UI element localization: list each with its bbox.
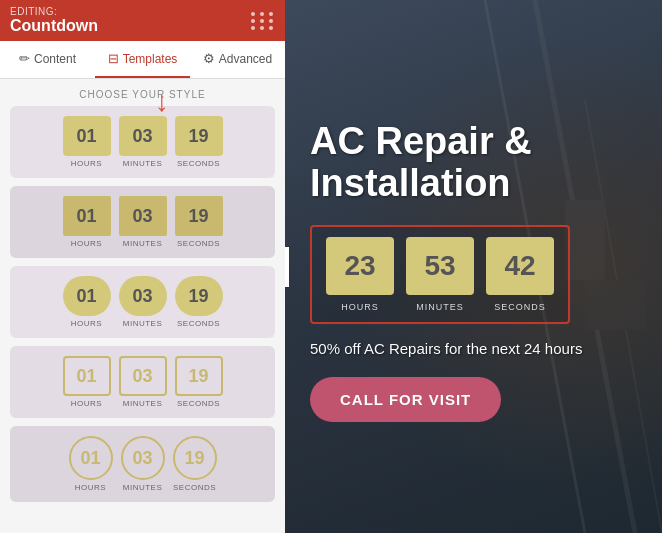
- seconds-label: SECONDS: [177, 159, 220, 168]
- preview-hours-label: HOURS: [341, 302, 379, 312]
- tab-templates[interactable]: ⊟ Templates: [95, 41, 190, 78]
- advanced-icon: ⚙: [203, 51, 215, 66]
- seconds-box: 19: [173, 436, 217, 480]
- editing-label: EDITING:: [10, 6, 98, 17]
- hours-box: 01: [63, 116, 111, 156]
- cta-button[interactable]: CALL FOR VISIT: [310, 377, 501, 422]
- left-panel: EDITING: Countdown ✏ Content ⊟ Templates…: [0, 0, 285, 533]
- collapse-handle[interactable]: ‹: [285, 247, 289, 287]
- tab-content-label: Content: [34, 52, 76, 66]
- tabs-bar: ✏ Content ⊟ Templates ⚙ Advanced: [0, 41, 285, 79]
- countdown-block-hours: 01 HOURS: [63, 116, 111, 168]
- templates-icon: ⊟: [108, 51, 119, 66]
- hours-box: 01: [69, 436, 113, 480]
- tab-content[interactable]: ✏ Content: [0, 41, 95, 78]
- countdown-block-minutes: 03 MINUTES: [119, 196, 167, 248]
- countdown-block-seconds: 19 SECONDS: [175, 196, 223, 248]
- arrow-down-icon: ↓: [155, 88, 169, 116]
- template-item-4[interactable]: 01 HOURS 03 MINUTES 19 SECONDS: [10, 346, 275, 418]
- editing-title: Countdown: [10, 17, 98, 35]
- content-icon: ✏: [19, 51, 30, 66]
- countdown-block-seconds: 19 SECONDS: [175, 116, 223, 168]
- grid-dots-icon[interactable]: [251, 12, 275, 30]
- hours-label: HOURS: [71, 239, 102, 248]
- right-panel: AC Repair & Installation 23 HOURS 53 MIN…: [285, 0, 662, 533]
- minutes-label: MINUTES: [123, 399, 163, 408]
- minutes-label: MINUTES: [123, 159, 163, 168]
- countdown-block-minutes: 03 MINUTES: [121, 436, 165, 492]
- promo-text: 50% off AC Repairs for the next 24 hours: [310, 340, 637, 357]
- editing-text-block: EDITING: Countdown: [10, 6, 98, 35]
- preview-seconds-block: 42 SECONDS: [486, 237, 554, 312]
- preview-hours-block: 23 HOURS: [326, 237, 394, 312]
- template-item-2[interactable]: 01 HOURS 03 MINUTES 19 SECONDS: [10, 186, 275, 258]
- tab-advanced[interactable]: ⚙ Advanced: [190, 41, 285, 78]
- countdown-block-hours: 01 HOURS: [63, 276, 111, 328]
- hours-label: HOURS: [75, 483, 106, 492]
- seconds-box: 19: [175, 356, 223, 396]
- editing-bar: EDITING: Countdown: [0, 0, 285, 41]
- seconds-label: SECONDS: [173, 483, 216, 492]
- hours-box: 01: [63, 196, 111, 236]
- hours-label: HOURS: [71, 319, 102, 328]
- countdown-block-minutes: 03 MINUTES: [119, 116, 167, 168]
- right-content: AC Repair & Installation 23 HOURS 53 MIN…: [285, 0, 662, 533]
- hours-label: HOURS: [71, 399, 102, 408]
- countdown-block-seconds: 19 SECONDS: [173, 436, 217, 492]
- countdown-block-minutes: 03 MINUTES: [119, 356, 167, 408]
- seconds-label: SECONDS: [177, 319, 220, 328]
- seconds-label: SECONDS: [177, 239, 220, 248]
- preview-minutes-block: 53 MINUTES: [406, 237, 474, 312]
- countdown-block-seconds: 19 SECONDS: [175, 356, 223, 408]
- preview-seconds-box: 42: [486, 237, 554, 295]
- template-item-3[interactable]: 01 HOURS 03 MINUTES 19 SECONDS: [10, 266, 275, 338]
- template-item-5[interactable]: 01 HOURS 03 MINUTES 19 SECONDS: [10, 426, 275, 502]
- seconds-box: 19: [175, 196, 223, 236]
- seconds-box: 19: [175, 276, 223, 316]
- preview-minutes-label: MINUTES: [416, 302, 464, 312]
- countdown-block-hours: 01 HOURS: [63, 196, 111, 248]
- templates-list: 01 HOURS 03 MINUTES 19 SECONDS 01 HOURS …: [0, 106, 285, 533]
- tab-templates-label: Templates: [123, 52, 178, 66]
- main-title: AC Repair & Installation: [310, 121, 637, 205]
- minutes-box: 03: [119, 356, 167, 396]
- choose-style-label: CHOOSE YOUR STYLE: [0, 79, 285, 106]
- seconds-label: SECONDS: [177, 399, 220, 408]
- minutes-box: 03: [119, 116, 167, 156]
- countdown-block-seconds: 19 SECONDS: [175, 276, 223, 328]
- countdown-display: 23 HOURS 53 MINUTES 42 SECONDS: [310, 225, 570, 324]
- minutes-box: 03: [119, 196, 167, 236]
- countdown-block-hours: 01 HOURS: [63, 356, 111, 408]
- hours-label: HOURS: [71, 159, 102, 168]
- hours-box: 01: [63, 356, 111, 396]
- countdown-block-minutes: 03 MINUTES: [119, 276, 167, 328]
- template-item-1[interactable]: 01 HOURS 03 MINUTES 19 SECONDS: [10, 106, 275, 178]
- tab-advanced-label: Advanced: [219, 52, 272, 66]
- minutes-label: MINUTES: [123, 319, 163, 328]
- preview-minutes-box: 53: [406, 237, 474, 295]
- preview-seconds-label: SECONDS: [494, 302, 546, 312]
- seconds-box: 19: [175, 116, 223, 156]
- minutes-box: 03: [119, 276, 167, 316]
- countdown-block-hours: 01 HOURS: [69, 436, 113, 492]
- preview-hours-box: 23: [326, 237, 394, 295]
- minutes-label: MINUTES: [123, 239, 163, 248]
- minutes-box: 03: [121, 436, 165, 480]
- hours-box: 01: [63, 276, 111, 316]
- minutes-label: MINUTES: [123, 483, 163, 492]
